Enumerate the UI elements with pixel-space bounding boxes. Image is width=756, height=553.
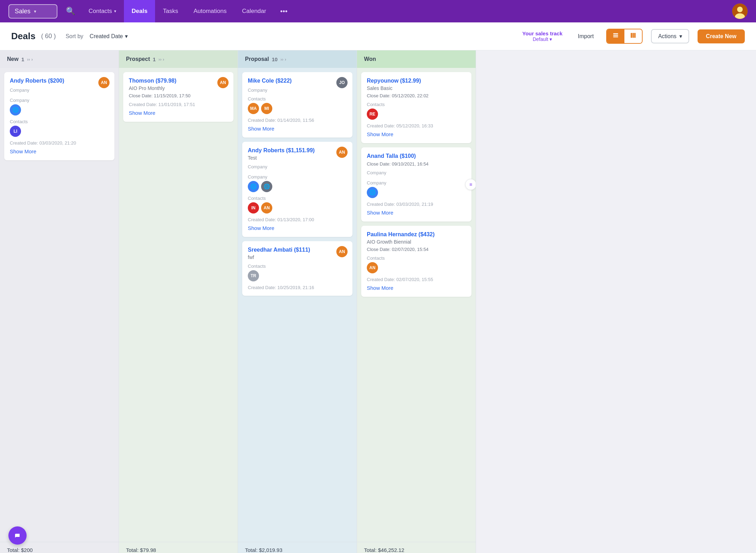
contact-avatar[interactable]: AN <box>261 202 272 214</box>
deal-created-date: Created Date: 01/13/2020, 17:00 <box>248 217 347 222</box>
contact-avatar[interactable]: MI <box>261 103 272 114</box>
deal-card: Andy Roberts ($1,151.99)ANTestCompanyCom… <box>242 142 352 237</box>
column-new-header: New 1 ›› › <box>0 50 119 68</box>
company-extra-globe-icon[interactable]: 🌐 <box>261 181 272 192</box>
top-navigation: Sales ▾ 🔍 Contacts ▾ Deals Tasks Automat… <box>0 0 756 22</box>
deal-assignee-avatar[interactable]: AN <box>98 77 110 88</box>
deal-card: Mike Cole ($222)JOCompanyContactsMAMICre… <box>242 72 352 138</box>
import-button[interactable]: Import <box>574 30 598 42</box>
column-new-body: Andy Roberts ($200)ANCompanyCompany 🌐 Co… <box>0 68 119 542</box>
deal-title[interactable]: Sreedhar Ambati ($111) <box>248 247 347 253</box>
column-prospect-body: Thomson ($79.98)ANAIO Pro MonthlyClose D… <box>119 68 238 542</box>
show-more-link[interactable]: Show More <box>367 210 393 216</box>
workspace-label: Sales <box>15 8 30 15</box>
column-won-footer: Total: $46,252.12 <box>357 542 476 553</box>
nav-link-contacts[interactable]: Contacts ▾ <box>81 0 124 22</box>
sales-track-label: Your sales track <box>522 30 562 36</box>
contact-avatars: LI <box>10 126 109 137</box>
nav-links: Contacts ▾ Deals Tasks Automations Calen… <box>81 0 732 22</box>
deal-assignee-avatar[interactable]: AN <box>336 246 348 257</box>
deal-title[interactable]: Anand Talla ($100) <box>367 153 466 159</box>
svg-rect-5 <box>613 36 618 37</box>
deal-assignee-avatar[interactable]: JO <box>336 77 348 88</box>
contact-avatars: INAN <box>248 202 347 214</box>
sales-track-sub: Default ▾ <box>533 36 552 42</box>
search-icon[interactable]: 🔍 <box>66 7 75 16</box>
nav-link-calendar[interactable]: Calendar <box>234 0 274 22</box>
svg-rect-6 <box>631 33 632 38</box>
deal-title[interactable]: Andy Roberts ($200) <box>10 78 109 84</box>
deal-card: Thomson ($79.98)ANAIO Pro MonthlyClose D… <box>123 72 233 122</box>
contacts-label: Contacts <box>10 119 109 124</box>
deal-title[interactable]: Andy Roberts ($1,151.99) <box>248 147 347 154</box>
deal-title[interactable]: Thomson ($79.98) <box>129 78 228 84</box>
nav-link-deals[interactable]: Deals <box>124 0 155 22</box>
filter-icon[interactable]: ≡ <box>465 179 476 190</box>
workspace-selector[interactable]: Sales ▾ <box>8 4 57 19</box>
page-header: Deals ( 60 ) Sort by Created Date ▾ Your… <box>0 22 756 50</box>
show-more-link[interactable]: Show More <box>367 285 393 291</box>
company-globe-icon[interactable]: 🌐 <box>10 104 21 115</box>
contact-avatar[interactable]: LI <box>10 126 21 137</box>
column-count: 1 <box>21 56 24 62</box>
nav-link-tasks[interactable]: Tasks <box>155 0 186 22</box>
deal-subtitle: AIO Pro Monthly <box>129 85 228 91</box>
show-more-link[interactable]: Show More <box>129 110 155 116</box>
column-won-header: Won <box>357 50 476 68</box>
show-more-link[interactable]: Show More <box>248 126 274 132</box>
deal-subtitle: fwf <box>248 254 347 260</box>
deal-title[interactable]: Mike Cole ($222) <box>248 78 347 84</box>
company-label: Company <box>248 164 347 169</box>
show-more-link[interactable]: Show More <box>10 148 36 154</box>
contact-avatar[interactable]: IN <box>248 202 259 214</box>
actions-chevron-icon: ▾ <box>679 33 682 40</box>
create-new-button[interactable]: Create New <box>698 29 745 43</box>
sort-label: Sort by <box>65 33 83 40</box>
sort-dropdown[interactable]: Created Date ▾ <box>89 31 128 41</box>
deal-close-date: Close Date: 02/07/2020, 15:54 <box>367 247 466 252</box>
company-globe-icon[interactable]: 🌐 <box>248 181 259 192</box>
company-avatars: 🌐 <box>367 187 466 198</box>
deal-subtitle: Test <box>248 155 347 161</box>
deal-close-date: Close Date: 09/10/2021, 16:54 <box>367 161 466 167</box>
sort-chevron-icon: ▾ <box>125 33 128 40</box>
column-label: Won <box>364 56 376 62</box>
contacts-label: Contacts <box>248 196 347 201</box>
deal-created-date: Created Date: 11/01/2019, 17:51 <box>129 102 228 107</box>
user-avatar[interactable] <box>732 4 748 19</box>
column-count: 10 <box>272 56 278 62</box>
deal-assignee-avatar[interactable]: AN <box>336 147 348 158</box>
nav-more-icon[interactable]: ••• <box>274 7 294 15</box>
show-more-link[interactable]: Show More <box>248 225 274 231</box>
contact-avatars: MAMI <box>248 103 347 114</box>
contact-avatars: AN <box>367 262 466 273</box>
company-avatars: 🌐 <box>10 104 109 115</box>
deal-close-date: Close Date: 05/12/2020, 22:02 <box>367 93 466 98</box>
page-title: Deals <box>11 31 35 42</box>
deal-title[interactable]: Paulina Hernandez ($432) <box>367 231 466 238</box>
deal-subtitle: Sales Basic <box>367 85 466 91</box>
show-more-link[interactable]: Show More <box>367 131 393 137</box>
contacts-label: Contacts <box>248 96 347 102</box>
deal-title[interactable]: Repyounow ($12.99) <box>367 78 466 84</box>
svg-rect-8 <box>634 33 636 38</box>
deal-created-date: Created Date: 03/03/2020, 21:19 <box>367 202 466 207</box>
column-proposal-body: Mike Cole ($222)JOCompanyContactsMAMICre… <box>238 68 357 542</box>
kanban-view-button[interactable] <box>624 29 642 43</box>
contact-avatar[interactable]: RE <box>367 108 378 120</box>
list-view-button[interactable] <box>607 29 624 43</box>
company-label: Company <box>10 88 109 93</box>
actions-button[interactable]: Actions ▾ <box>651 29 689 43</box>
column-proposal-footer: Total: $2,019.93 <box>238 542 357 553</box>
deal-assignee-avatar[interactable]: AN <box>217 77 229 88</box>
company-globe-icon[interactable]: 🌐 <box>367 187 378 198</box>
contact-avatars: TR <box>248 270 347 281</box>
contact-avatar[interactable]: AN <box>367 262 378 273</box>
nav-link-automations[interactable]: Automations <box>186 0 234 22</box>
sales-track-selector[interactable]: Your sales track Default ▾ <box>522 30 562 42</box>
chat-bubble-button[interactable] <box>8 526 27 545</box>
deal-card: Sreedhar Ambati ($111)ANfwfContactsTRCre… <box>242 241 352 296</box>
column-proposal-header: Proposal 10 ›› › <box>238 50 357 68</box>
contact-avatar[interactable]: MA <box>248 103 259 114</box>
contact-avatar[interactable]: TR <box>248 270 259 281</box>
